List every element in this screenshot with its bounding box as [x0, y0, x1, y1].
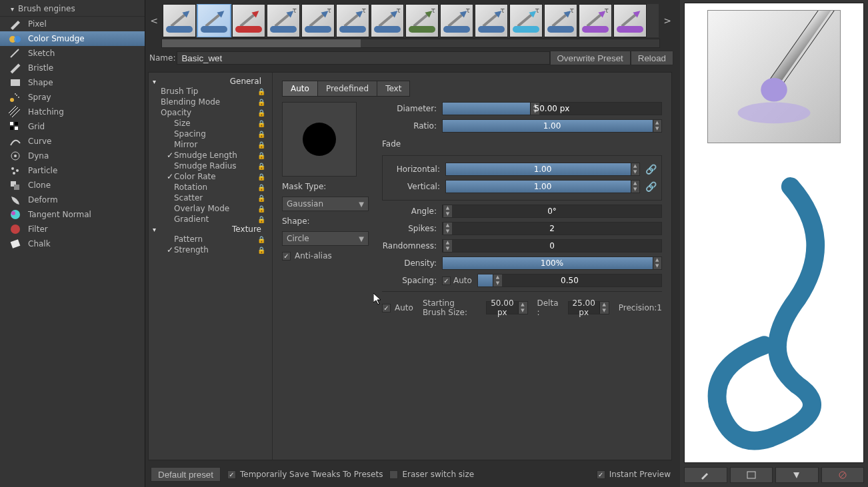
prop-gradient[interactable]: Gradient🔒	[151, 214, 269, 225]
overwrite-preset-button[interactable]: Overwrite Preset	[550, 51, 631, 65]
spacing-auto-checkbox[interactable]: ✓Auto	[442, 276, 472, 285]
property-tree[interactable]: ▾GeneralBrush Tip🔒Blending Mode🔒Opacity🔒…	[149, 73, 273, 460]
svg-rect-21	[11, 239, 21, 248]
temp-save-checkbox[interactable]: ✓Temporarily Save Tweaks To Presets	[227, 470, 383, 479]
prop-group-texture[interactable]: ▾Texture	[151, 225, 269, 234]
prop-smudge-radius[interactable]: Smudge Radius🔒	[151, 161, 269, 171]
prop-scatter[interactable]: Scatter🔒	[151, 193, 269, 203]
preset-thumb[interactable]: τ	[475, 4, 508, 37]
engine-icon	[8, 62, 24, 74]
prop-color-rate[interactable]: ✓Color Rate🔒	[151, 171, 269, 182]
preset-scroll-left[interactable]: <	[148, 15, 160, 26]
engine-item-clone[interactable]: Clone	[0, 178, 145, 193]
preset-thumb[interactable]: τ	[371, 4, 404, 37]
engine-label: Curve	[28, 137, 51, 146]
brush-tip-tabs[interactable]: AutoPredefinedText	[282, 81, 410, 97]
preset-thumb[interactable]: τ	[405, 4, 439, 37]
prop-mirror[interactable]: Mirror🔒	[151, 139, 269, 150]
svg-line-28	[840, 472, 845, 478]
starting-size-field[interactable]: 50.00 px▲▼	[486, 301, 527, 314]
preset-thumb[interactable]	[197, 4, 231, 37]
eraser-switch-checkbox[interactable]: Eraser switch size	[389, 470, 474, 479]
preset-thumb[interactable]: τ	[267, 4, 300, 37]
randomness-slider[interactable]: 0 ▲▼	[442, 239, 662, 252]
collapse-icon[interactable]: ▾	[11, 5, 14, 13]
engine-item-color-smudge[interactable]: Color Smudge	[0, 31, 145, 46]
instant-preview-checkbox[interactable]: ✓Instant Preview	[597, 470, 671, 479]
engine-item-dyna[interactable]: Dyna	[0, 149, 145, 163]
preset-thumb[interactable]: τ	[579, 4, 612, 37]
prop-brush-tip[interactable]: Brush Tip🔒	[151, 86, 269, 97]
prop-rotation[interactable]: Rotation🔒	[151, 182, 269, 193]
horizontal-slider[interactable]: 1.00 ▲▼	[445, 163, 640, 176]
engine-item-deform[interactable]: Deform	[0, 193, 145, 207]
spikes-slider[interactable]: 2 ▲▼	[442, 222, 662, 235]
engine-label: Chalk	[28, 239, 51, 248]
lock-icon: 🔒	[257, 141, 265, 149]
diameter-slider[interactable]: 50.00 px ▲▼	[442, 102, 662, 115]
engine-item-spray[interactable]: Spray	[0, 90, 145, 105]
engine-item-hatching[interactable]: Hatching	[0, 105, 145, 119]
engine-item-grid[interactable]: Grid	[0, 119, 145, 134]
prop-group-general[interactable]: ▾General	[151, 77, 269, 86]
tab-predefined[interactable]: Predefined	[318, 81, 377, 96]
preset-scrollbar[interactable]	[161, 39, 660, 48]
reload-button[interactable]: Reload	[631, 51, 673, 65]
engine-item-pixel[interactable]: Pixel	[0, 17, 145, 31]
mask-type-combo[interactable]: Gaussian▼	[282, 197, 369, 211]
engine-item-sketch[interactable]: Sketch	[0, 46, 145, 61]
engine-item-chalk[interactable]: Chalk	[0, 237, 145, 251]
tab-auto[interactable]: Auto	[283, 81, 318, 96]
gradient-mode-button[interactable]	[730, 467, 773, 483]
prop-size[interactable]: Size🔒	[151, 118, 269, 129]
prop-opacity[interactable]: Opacity🔒	[151, 107, 269, 118]
preset-thumb[interactable]	[613, 4, 647, 37]
engine-item-bristle[interactable]: Bristle	[0, 61, 145, 75]
antialias-checkbox[interactable]: ✓ Anti-alias	[282, 251, 369, 260]
vertical-slider[interactable]: 1.00 ▲▼	[445, 180, 640, 193]
preset-thumb[interactable]	[163, 4, 196, 37]
shape-combo[interactable]: Circle▼	[282, 231, 369, 246]
preset-name-input[interactable]	[177, 51, 549, 65]
prop-blending-mode[interactable]: Blending Mode🔒	[151, 97, 269, 107]
clear-button[interactable]	[821, 467, 865, 483]
prop-spacing[interactable]: Spacing🔒	[151, 129, 269, 139]
delta-field[interactable]: 25.00 px▲▼	[568, 301, 609, 314]
fill-mode-button[interactable]	[775, 467, 819, 483]
density-slider[interactable]: 100% ▲▼	[442, 256, 662, 270]
prop-overlay-mode[interactable]: Overlay Mode🔒	[151, 203, 269, 214]
engine-item-curve[interactable]: Curve	[0, 134, 145, 149]
prop-strength[interactable]: ✓Strength🔒	[151, 244, 269, 255]
svg-point-12	[14, 155, 17, 157]
link-icon[interactable]: 🔗	[645, 181, 655, 192]
preset-scroll-right[interactable]: >	[661, 15, 673, 26]
ratio-slider[interactable]: 1.00 ▲▼	[442, 119, 662, 133]
default-preset-button[interactable]: Default preset	[151, 467, 221, 482]
preset-thumb[interactable]: τ	[544, 4, 577, 37]
precision-auto-checkbox[interactable]: ✓Auto	[382, 303, 413, 312]
preset-thumb[interactable]	[232, 4, 265, 37]
engine-item-tangent-normal[interactable]: Tangent Normal	[0, 207, 145, 222]
prop-pattern[interactable]: Pattern🔒	[151, 234, 269, 244]
preset-thumb[interactable]: τ	[440, 4, 473, 37]
preset-strip[interactable]: ττττττττττ	[163, 4, 659, 37]
preset-thumb[interactable]: τ	[301, 4, 335, 37]
engine-icon	[8, 77, 24, 89]
tab-text[interactable]: Text	[377, 81, 409, 96]
engine-icon	[8, 135, 24, 147]
engine-item-particle[interactable]: Particle	[0, 163, 145, 178]
chevron-down-icon: ▼	[359, 201, 364, 208]
brush-tip-form: AutoPredefinedText Mask Type: Gaussian▼ …	[273, 73, 671, 460]
spacing-slider[interactable]: 0.50 ▲▼	[477, 274, 662, 287]
preset-thumb[interactable]: τ	[336, 4, 369, 37]
preset-thumb[interactable]: τ	[509, 4, 543, 37]
brush-mode-button[interactable]	[684, 467, 727, 483]
scratchpad[interactable]	[684, 3, 864, 463]
engine-icon	[8, 106, 24, 118]
engine-item-filter[interactable]: Filter	[0, 222, 145, 237]
link-icon[interactable]: 🔗	[645, 164, 655, 175]
angle-slider[interactable]: 0° ▲▼	[442, 205, 662, 218]
lock-icon: 🔒	[257, 173, 265, 181]
prop-smudge-length[interactable]: ✓Smudge Length🔒	[151, 150, 269, 161]
engine-item-shape[interactable]: Shape	[0, 75, 145, 90]
